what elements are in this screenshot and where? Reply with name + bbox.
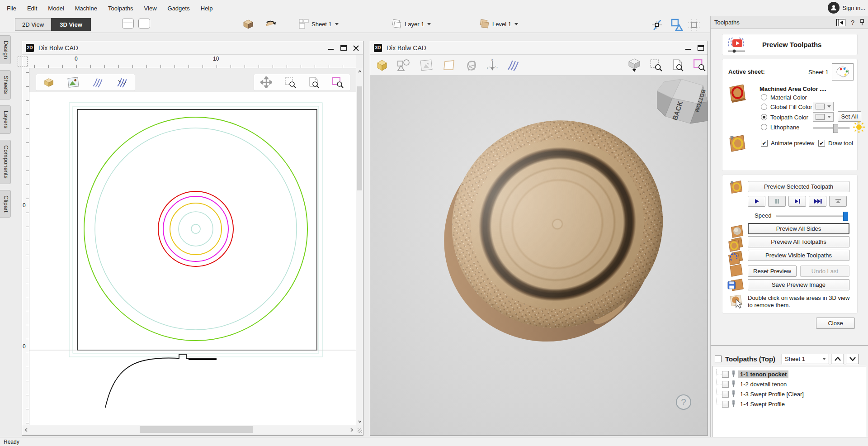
toolpaths-visibility-checkbox[interactable]	[715, 356, 722, 362]
menu-machine[interactable]: Machine	[70, 0, 103, 16]
menu-help[interactable]: Help	[195, 0, 218, 16]
global-fill-color-radio[interactable]	[761, 104, 767, 110]
menu-toolpaths[interactable]: Toolpaths	[103, 0, 139, 16]
menu-view[interactable]: View	[139, 0, 162, 16]
close-button[interactable]: Close	[816, 318, 855, 329]
pan-icon[interactable]	[259, 75, 274, 90]
zoom-box-icon[interactable]	[649, 58, 663, 72]
bitmap-image-icon[interactable]	[419, 58, 434, 72]
toolpath-item-label[interactable]: 1-4 Swept Profile	[738, 400, 787, 408]
toolpath-item-label[interactable]: 1-2 dovetail tenon	[738, 380, 788, 388]
layer-selector[interactable]: Layer 1	[391, 19, 431, 29]
toolpath-checkbox[interactable]	[722, 381, 729, 388]
sidebar-tab-clipart[interactable]: Clipart	[0, 190, 11, 218]
animate-preview-checkbox[interactable]: ✔	[761, 140, 768, 147]
2d-maximize-button[interactable]	[340, 45, 347, 51]
speed-slider[interactable]	[776, 215, 848, 217]
sidebar-tab-design[interactable]: Design	[0, 35, 11, 64]
level-selector[interactable]: Level 1	[478, 19, 518, 29]
view-orientation-cube[interactable]: BACK BOTTOM	[657, 79, 708, 124]
zoom-extents-icon[interactable]	[307, 75, 321, 90]
step-forward-button[interactable]	[788, 196, 806, 207]
material-block-icon[interactable]	[42, 75, 56, 90]
toolpath-lines-icon[interactable]	[506, 58, 520, 72]
lithophane-radio[interactable]	[761, 124, 767, 130]
tab-2d-view[interactable]: 2D View	[15, 18, 51, 31]
menu-edit[interactable]: Edit	[22, 0, 42, 16]
collapse-panel-icon[interactable]	[836, 19, 845, 26]
2d-close-button[interactable]	[353, 45, 359, 51]
axis-orientation-icon[interactable]: zyx	[485, 58, 500, 72]
bowl-3d-model[interactable]	[415, 83, 700, 366]
zoom-extents-icon[interactable]	[670, 58, 685, 72]
toolpath-item-label[interactable]: 1-1 tenon pocket	[738, 370, 788, 378]
undo-last-button[interactable]: Undo Last	[800, 266, 849, 277]
material-setup-button[interactable]	[242, 18, 255, 30]
preview-visible-toolpaths-button[interactable]: Preview Visible Toolpaths	[748, 250, 849, 261]
sign-in-button[interactable]: Sign in...	[828, 2, 865, 14]
toolpath-item[interactable]: 1-3 Swept Profile [Clear]	[713, 389, 866, 399]
2d-hscroll-thumb[interactable]	[140, 426, 253, 433]
3d-viewport[interactable]: BACK BOTTOM ?	[370, 76, 708, 435]
reset-preview-button[interactable]: Reset Preview	[748, 266, 797, 277]
modeling-plane-icon[interactable]	[442, 58, 456, 72]
wireframe-cube-icon[interactable]	[464, 58, 479, 72]
sidebar-tab-components[interactable]: Components	[0, 140, 11, 184]
run-to-end-button[interactable]	[809, 196, 826, 207]
toolpath-item[interactable]: 1-1 tenon pocket	[713, 369, 866, 379]
3d-help-button[interactable]: ?	[676, 394, 691, 410]
smart-snap-toggle[interactable]	[668, 18, 684, 32]
preview-selected-toolpath-button[interactable]: Preview Selected Toolpath	[748, 181, 849, 192]
lithophane-slider[interactable]	[813, 127, 850, 129]
menu-gadgets[interactable]: Gadgets	[162, 0, 195, 16]
preview-all-toolpaths-button[interactable]: Preview All Toolpaths	[748, 236, 849, 247]
2d-resize-grip[interactable]	[358, 428, 362, 433]
sidebar-tab-sheets[interactable]: Sheets	[0, 70, 11, 99]
toolpath-sheet-select[interactable]: Sheet 1	[782, 354, 829, 364]
layout-split-button[interactable]	[138, 19, 150, 28]
layout-single-button[interactable]	[122, 19, 134, 28]
2d-minimize-button[interactable]	[328, 45, 334, 51]
skip-to-start-button[interactable]	[829, 196, 847, 207]
lithophane-slider-handle[interactable]	[833, 124, 838, 133]
scroll-left-icon[interactable]	[25, 428, 28, 432]
toolpath-item-label[interactable]: 1-3 Swept Profile [Clear]	[738, 390, 806, 398]
3d-minimize-button[interactable]	[685, 45, 691, 51]
pause-button[interactable]	[768, 196, 786, 207]
toolpath-color-dropdown[interactable]	[813, 112, 834, 122]
scroll-up-icon[interactable]	[358, 70, 362, 73]
toolpath-drives-icon[interactable]	[115, 75, 129, 90]
sheet-selector[interactable]: Sheet 1	[298, 19, 339, 29]
bitmap-image-icon[interactable]	[66, 75, 80, 90]
2d-canvas[interactable]	[29, 68, 356, 425]
set-all-button[interactable]: Set All	[838, 111, 861, 122]
2d-vertical-scrollbar[interactable]	[356, 68, 363, 425]
vectors-visibility-icon[interactable]	[396, 58, 411, 72]
2d-vscroll-thumb[interactable]	[357, 86, 362, 190]
material-block-icon[interactable]	[375, 58, 389, 72]
panel-help-icon[interactable]: ?	[851, 19, 854, 26]
toolpath-color-radio[interactable]	[761, 114, 767, 120]
toolpath-checkbox[interactable]	[722, 371, 729, 378]
zoom-box-icon[interactable]	[283, 75, 297, 90]
sheet-color-palette-button[interactable]	[832, 63, 854, 81]
preview-all-sides-button[interactable]: Preview All Sides	[748, 223, 849, 234]
3d-window-titlebar[interactable]: 3D Dix Bolw CAD	[370, 41, 708, 55]
snap-geometry-toggle[interactable]	[650, 18, 664, 32]
scroll-right-icon[interactable]	[350, 428, 353, 432]
global-fill-color-dropdown[interactable]	[813, 102, 834, 111]
pin-panel-icon[interactable]	[860, 19, 864, 26]
material-color-radio[interactable]	[761, 94, 767, 100]
menu-model[interactable]: Model	[42, 0, 69, 16]
snap-grid-toggle[interactable]	[687, 18, 701, 32]
2d-window-titlebar[interactable]: 2D Dix Bolw CAD	[22, 41, 363, 55]
toolpath-lines-icon[interactable]	[90, 75, 105, 90]
tab-3d-view[interactable]: 3D View	[51, 18, 91, 31]
toolpath-checkbox[interactable]	[722, 391, 729, 398]
save-preview-image-button[interactable]: Save Preview Image	[748, 279, 849, 290]
play-button[interactable]	[748, 196, 765, 207]
3d-maximize-button[interactable]	[698, 45, 704, 51]
move-toolpath-down-button[interactable]	[846, 354, 859, 364]
toolpath-item[interactable]: 1-2 dovetail tenon	[713, 379, 866, 389]
menu-file[interactable]: File	[1, 0, 22, 16]
